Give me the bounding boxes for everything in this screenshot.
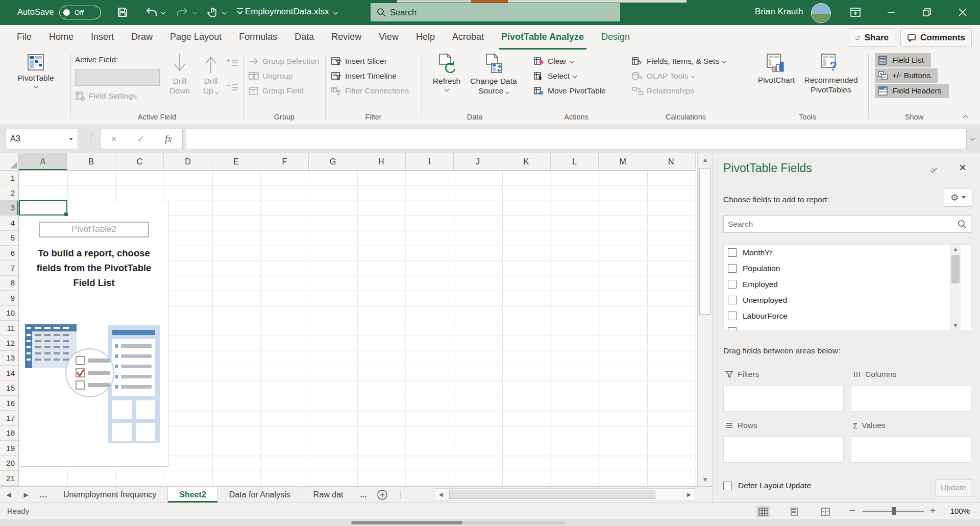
ribbon-tab[interactable]: View [370, 25, 407, 50]
row-header[interactable]: 7 [0, 260, 19, 275]
field-checkbox-item[interactable]: LabourForce [724, 308, 971, 324]
columns-drop-area[interactable] [851, 385, 971, 412]
fields-search-box[interactable]: Search [723, 216, 971, 233]
filters-drop-area[interactable] [723, 385, 844, 412]
scroll-down-icon[interactable]: ▼ [698, 473, 713, 486]
row-header[interactable]: 13 [0, 351, 19, 366]
autosave-toggle[interactable]: Off [59, 6, 101, 19]
hscroll-track[interactable] [447, 488, 683, 500]
rows-drop-area[interactable] [723, 436, 844, 463]
zoom-out-icon[interactable]: − [849, 505, 855, 516]
hscroll-left-icon[interactable]: ◀ [435, 488, 447, 500]
select-button[interactable]: Select [534, 69, 606, 83]
column-header[interactable]: C [115, 153, 164, 171]
row-header[interactable]: 9 [0, 291, 19, 305]
ribbon-tab[interactable]: Home [40, 25, 82, 50]
ribbon-tab[interactable]: Acrobat [444, 25, 493, 50]
row-header[interactable]: 11 [0, 321, 19, 336]
row-header[interactable]: 18 [0, 426, 19, 441]
row-header[interactable]: 6 [0, 246, 19, 260]
search-bar[interactable]: Search [371, 3, 620, 21]
column-header[interactable]: I [406, 153, 454, 171]
expand-formula-bar-icon[interactable] [970, 136, 975, 141]
field-checkbox-item[interactable]: Unemployed [724, 292, 971, 308]
row-header[interactable]: 15 [0, 380, 19, 395]
column-header[interactable]: F [260, 153, 309, 171]
ribbon-tab[interactable]: Design [593, 25, 639, 50]
field-list-toggle[interactable]: Field List [875, 53, 931, 67]
values-drop-area[interactable] [851, 436, 971, 463]
save-icon[interactable] [116, 6, 129, 18]
column-header[interactable]: N [647, 153, 696, 171]
column-header[interactable]: M [599, 153, 647, 171]
fields-scroll-thumb[interactable] [951, 255, 960, 283]
collapse-ribbon-icon[interactable] [963, 115, 968, 121]
select-all-corner[interactable] [0, 153, 19, 171]
formula-bar-splitter[interactable]: ⋮ [87, 133, 96, 144]
insert-timeline-button[interactable]: Insert Timeline [331, 69, 409, 83]
sheet-tab-overflow[interactable]: ... [355, 487, 372, 503]
pivottable-button[interactable]: PivotTable [10, 53, 61, 88]
sheet-tab[interactable]: Sheet2 [168, 487, 217, 503]
row-header[interactable]: 4 [0, 216, 19, 230]
column-header[interactable]: D [164, 153, 212, 171]
row-header[interactable]: 17 [0, 411, 19, 425]
ribbon-tab[interactable]: Draw [122, 25, 161, 50]
change-data-source-button[interactable]: Change DataSource [463, 53, 524, 95]
customize-quick-access-toolbar-icon[interactable] [236, 7, 244, 16]
minimize-button[interactable] [884, 5, 898, 19]
fields-items-sets-button[interactable]: fx Fields, Items, & Sets [632, 54, 726, 68]
selected-cell-a3[interactable] [19, 200, 67, 216]
row-header[interactable]: 16 [0, 396, 19, 411]
sheet-nav-right-icon[interactable]: ▶ [17, 487, 35, 503]
formula-input[interactable] [186, 129, 967, 149]
sheet-tab[interactable]: Unemployment frequency [52, 487, 168, 503]
column-header[interactable]: G [309, 153, 357, 171]
row-header[interactable]: 14 [0, 366, 19, 380]
new-sheet-button[interactable] [372, 487, 393, 503]
column-header[interactable]: H [357, 153, 406, 171]
row-header[interactable]: 8 [0, 276, 19, 291]
column-header[interactable]: E [212, 153, 261, 171]
row-header[interactable]: 19 [0, 441, 19, 456]
row-header[interactable]: 10 [0, 306, 19, 321]
column-header[interactable]: K [502, 153, 551, 171]
ribbon-tab[interactable]: Help [407, 25, 444, 50]
ribbon-tab[interactable]: Data [286, 25, 323, 50]
scroll-up-icon[interactable]: ▲ [698, 153, 713, 166]
horizontal-scroll-thumb[interactable] [449, 490, 655, 499]
ribbon-tab[interactable]: Page Layout [161, 25, 230, 50]
comments-button[interactable]: Comments [900, 28, 972, 47]
share-button[interactable]: Share [849, 28, 895, 47]
insert-function-icon[interactable]: fx [165, 133, 172, 145]
name-box-dropdown-icon[interactable] [69, 138, 73, 140]
sheet-nav-left-icon[interactable]: ◀ [0, 487, 17, 503]
tab-bar-splitter[interactable]: ⋮ [393, 487, 408, 503]
page-break-view-icon[interactable] [819, 506, 832, 517]
fields-scroll-down-icon[interactable]: ▼ [950, 321, 961, 330]
row-header[interactable]: 5 [0, 231, 19, 246]
ribbon-display-options-icon[interactable] [848, 5, 863, 19]
field-headers-toggle[interactable]: Field Headers [875, 84, 949, 98]
ribbon-tab[interactable]: PivotTable Analyze [493, 25, 593, 50]
row-header[interactable]: 12 [0, 336, 19, 350]
fill-handle[interactable] [64, 212, 68, 217]
row-header[interactable]: 1 [0, 171, 19, 185]
sheet-tab[interactable]: Data for Analysis [218, 487, 302, 503]
close-window-button[interactable] [955, 5, 970, 19]
vertical-scroll-thumb[interactable] [699, 169, 710, 315]
ribbon-tab[interactable]: Review [323, 25, 370, 50]
field-checkbox-item[interactable]: Employed [724, 276, 971, 292]
column-header[interactable]: B [67, 153, 116, 171]
row-header[interactable]: 21 [0, 471, 19, 486]
column-header[interactable]: J [454, 153, 502, 171]
row-header[interactable]: 2 [0, 185, 19, 200]
restore-window-button[interactable] [920, 5, 934, 19]
column-header[interactable]: L [551, 153, 599, 171]
hscroll-right-icon[interactable]: ▶ [683, 488, 695, 500]
zoom-in-icon[interactable]: + [930, 505, 936, 516]
sheet-tab[interactable]: Raw dat [302, 487, 355, 503]
ribbon-tab[interactable]: Formulas [230, 25, 286, 50]
tools-gear-button[interactable]: ⚙ [944, 188, 972, 207]
move-pivottable-button[interactable]: Move PivotTable [534, 84, 606, 98]
